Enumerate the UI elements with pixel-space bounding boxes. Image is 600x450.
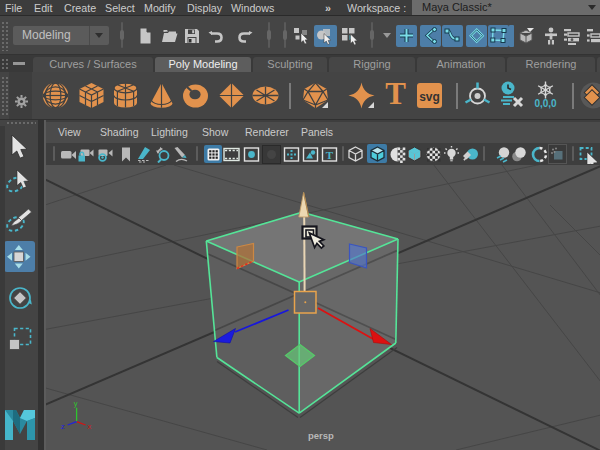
svg-text:x: x (88, 422, 92, 431)
svg-text:y: y (74, 399, 78, 408)
svg-text:z: z (61, 422, 65, 431)
svg-text:T: T (326, 149, 334, 161)
svg-text:0,0,0: 0,0,0 (534, 98, 557, 109)
svg-text:svg: svg (419, 90, 440, 104)
svg-text:T: T (385, 81, 406, 109)
svg-text:persp: persp (308, 430, 334, 441)
